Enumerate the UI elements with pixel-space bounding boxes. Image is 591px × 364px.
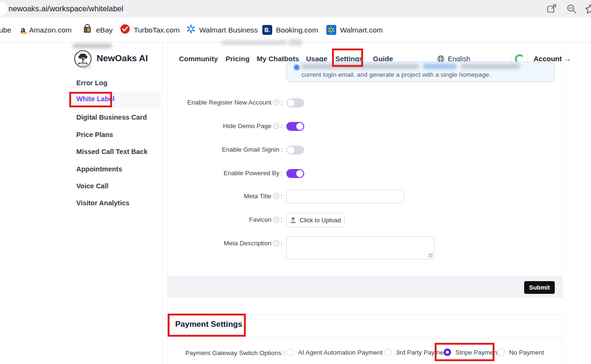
banner-text: current login email, and generate a proj… (301, 71, 491, 78)
radio-circle[interactable] (497, 348, 505, 356)
radio-label: AI Agent Automation Payment (298, 349, 382, 356)
nav-community[interactable]: Community (179, 54, 218, 64)
field-label-meta-title: Meta Title?: (132, 192, 283, 201)
help-icon[interactable]: ? (273, 240, 279, 246)
redacted-text (221, 40, 287, 45)
redacted-link (423, 64, 457, 69)
sidebar-divider (162, 42, 163, 364)
browser-address-bar: newoaks.ai/workspace/whitelabel (0, 0, 591, 17)
walmart-spark-icon (186, 24, 195, 35)
field-label-enable-register: Enable Register New Account?: (132, 98, 283, 107)
bookmark-label: Booking.com (276, 26, 318, 34)
booking-icon: B. (262, 25, 272, 35)
field-label-favicon: Favicon?: (132, 215, 283, 225)
sidebar-item-price-plans[interactable]: Price Plans (76, 130, 113, 139)
help-icon[interactable]: ? (273, 99, 279, 105)
favorite-star-icon[interactable] (584, 3, 591, 15)
sidebar-item-digital-business-card[interactable]: Digital Business Card (76, 113, 147, 122)
turbotax-check-icon (120, 24, 130, 36)
field-label-gmail-signin: Enable Gmail Signin: (132, 145, 283, 154)
bookmark-label: TurboTax.com (134, 26, 180, 34)
sidebar-item-voice-call[interactable]: Voice Call (76, 181, 108, 191)
bookmark-label: Walmart.com (340, 26, 383, 34)
bookmark-label: eBay (96, 26, 113, 34)
payment-card-right-border (562, 315, 563, 364)
toggle-knob (296, 170, 303, 177)
ebay-bag-icon (82, 24, 92, 36)
radio-circle[interactable] (286, 348, 294, 356)
payment-card-left-border (167, 315, 168, 364)
payment-gateway-options-label: Payment Gateway Switch Options : (134, 349, 285, 356)
share-icon[interactable] (546, 3, 558, 15)
bookmark-label: Amazon.com (29, 26, 71, 34)
bookmark-label: Walmart Business (199, 26, 258, 34)
submit-button[interactable]: Submit (524, 281, 555, 294)
bookmark-youtube-partial[interactable]: ube (0, 17, 11, 42)
address-url[interactable]: newoaks.ai/workspace/whitelabel (8, 0, 123, 17)
upload-button-label: Click to Upload (300, 217, 340, 224)
walmart-icon (326, 25, 336, 35)
bookmark-booking[interactable]: B. Booking.com (262, 17, 318, 42)
radio-circle[interactable] (384, 348, 392, 356)
radio-circle[interactable] (444, 348, 451, 356)
redacted-text (80, 64, 90, 68)
radio-label: Stripe Payment (455, 349, 499, 356)
info-icon (294, 65, 300, 70)
redacted-text (461, 64, 520, 69)
field-label-meta-description: Meta Description?: (132, 239, 283, 248)
bookmark-turbotax[interactable]: TurboTax.com (120, 17, 180, 42)
amazon-icon: a (21, 26, 25, 34)
radio-3rd-party-payment[interactable]: 3rd Party Payment (384, 348, 449, 356)
help-icon[interactable]: ? (273, 217, 279, 223)
toggle-powered-by[interactable] (286, 169, 304, 178)
zoom-out-icon[interactable] (566, 3, 577, 15)
toggle-knob (296, 123, 303, 130)
form-footer (168, 276, 562, 298)
sidebar-item-appointments[interactable]: Appointments (76, 164, 122, 174)
payment-settings-title: Payment Settings (175, 320, 243, 329)
card-right-border (562, 42, 563, 298)
redacted-toggle (288, 39, 302, 46)
radio-ai-agent-automation-payment[interactable]: AI Agent Automation Payment (286, 348, 382, 356)
sidebar-item-label: White Label (76, 95, 114, 103)
payment-header-divider (168, 338, 562, 338)
bookmark-walmart[interactable]: Walmart.com (326, 17, 383, 42)
help-icon[interactable]: ? (273, 123, 279, 129)
meta-title-input[interactable] (286, 189, 404, 203)
radio-label: 3rd Party Payment (396, 349, 449, 356)
radio-no-payment[interactable]: No Payment (497, 348, 544, 356)
radio-label: No Payment (509, 349, 544, 356)
bookmark-amazon[interactable]: a Amazon.com (21, 17, 72, 42)
redacted-text (73, 43, 112, 49)
browser-window: newoaks.ai/workspace/whitelabel ube a (0, 0, 591, 364)
resize-handle[interactable] (429, 253, 433, 258)
toggle-knob (287, 99, 294, 106)
bookmark-ebay[interactable]: eBay (82, 17, 113, 42)
toggle-enable-register[interactable] (286, 98, 304, 107)
brand-name: NewOaks AI (97, 53, 148, 64)
favicon-upload-button[interactable]: Click to Upload (286, 213, 345, 227)
help-icon[interactable]: ? (273, 193, 279, 199)
upload-icon (290, 217, 296, 223)
toggle-gmail-signin[interactable] (286, 146, 304, 154)
sidebar-item-error-log[interactable]: Error Log (76, 78, 107, 88)
toggle-knob (287, 146, 294, 154)
redacted-text (301, 64, 419, 69)
nav-pricing[interactable]: Pricing (226, 54, 250, 64)
field-label-powered-by: Enable Powered By: (132, 169, 283, 178)
field-label-hide-demo-page: Hide Demo Page?: (132, 121, 283, 131)
payment-card-top-border (167, 315, 563, 315)
bookmark-walmart-business[interactable]: Walmart Business (186, 17, 258, 42)
radio-stripe-payment[interactable]: Stripe Payment (444, 348, 499, 356)
bookmark-label: ube (0, 26, 11, 34)
address-input-pill[interactable] (0, 1, 8, 16)
toggle-hide-demo-page[interactable] (286, 122, 304, 131)
sidebar-item-visitor-analytics[interactable]: Visitor Analytics (76, 198, 130, 208)
meta-description-textarea[interactable] (286, 236, 435, 259)
